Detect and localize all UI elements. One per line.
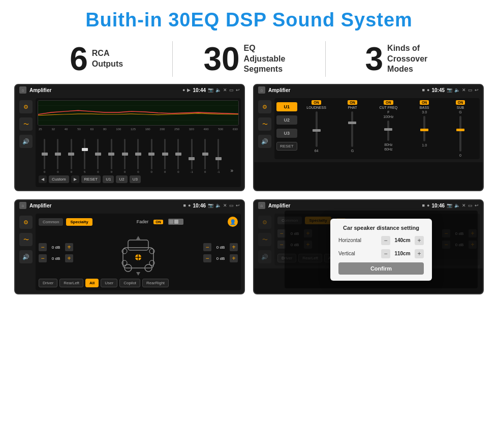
fader-on-badge[interactable]: ON bbox=[153, 220, 163, 224]
eq-next-btn[interactable]: ▶ bbox=[71, 175, 79, 183]
fader-driver-btn[interactable]: Driver bbox=[39, 279, 57, 287]
eq-u1-btn[interactable]: U1 bbox=[103, 175, 114, 183]
home-icon-4[interactable]: ⌂ bbox=[258, 202, 265, 209]
on-badge-phat[interactable]: ON bbox=[348, 100, 357, 105]
home-icon-3[interactable]: ⌂ bbox=[19, 202, 26, 209]
fader-user-btn[interactable]: User bbox=[101, 279, 117, 287]
cutfreq-slider[interactable] bbox=[387, 121, 389, 141]
cross-speaker-btn[interactable]: 🔊 bbox=[258, 135, 271, 148]
vol-controls-right: − 0 dB + − 0 dB + bbox=[203, 243, 238, 262]
eq-reset-btn[interactable]: RESET bbox=[81, 175, 101, 183]
fader-filter-btn[interactable]: ⚙ bbox=[19, 216, 33, 229]
status-bar-4: ⌂ Amplifier ■ ● 10:46 📷 🔈 ✕ ▭ ↩ bbox=[254, 200, 483, 211]
eq-custom-btn[interactable]: Custom bbox=[49, 175, 69, 183]
vol-rl-plus[interactable]: + bbox=[65, 254, 73, 262]
fader-content: ⚙ 〜 🔊 Common Specialty Fader ON 👤 bbox=[15, 211, 244, 293]
eq-slider-more[interactable]: » bbox=[226, 168, 238, 173]
u2-btn[interactable]: U2 bbox=[276, 115, 297, 125]
vol-rl-minus[interactable]: − bbox=[39, 254, 47, 262]
fader-copilot-btn[interactable]: Copilot bbox=[119, 279, 140, 287]
u3-btn[interactable]: U3 bbox=[276, 129, 297, 138]
on-badge-loudness[interactable]: ON bbox=[312, 100, 321, 105]
vol-rr-minus[interactable]: − bbox=[203, 254, 211, 262]
fader-speaker-btn[interactable]: 🔊 bbox=[19, 250, 33, 263]
confirm-button[interactable]: Confirm bbox=[338, 262, 424, 275]
stat-text-rca: RCA Outputs bbox=[92, 48, 123, 70]
vol-fr-minus[interactable]: − bbox=[203, 243, 211, 251]
eq-slider-4[interactable]: 0 bbox=[92, 139, 104, 173]
on-badge-sub[interactable]: ON bbox=[456, 100, 465, 105]
dialog-speaker-btn[interactable]: 🔊 bbox=[258, 250, 271, 263]
loudness-slider[interactable] bbox=[316, 111, 318, 147]
eq-slider-5[interactable]: 0 bbox=[106, 139, 117, 173]
eq-slider-7[interactable]: 0 bbox=[132, 139, 144, 173]
fader-rearright-btn[interactable]: RearRight bbox=[142, 279, 169, 287]
horizontal-minus[interactable]: − bbox=[381, 236, 390, 245]
eq-prev-btn[interactable]: ◀ bbox=[39, 175, 47, 183]
eq-slider-12[interactable]: 0 bbox=[199, 139, 211, 173]
dot-icon-3: ● bbox=[188, 203, 191, 208]
volume-icon-3: 🔈 bbox=[215, 203, 221, 208]
stat-text-eq: EQ Adjustable Segments bbox=[244, 43, 295, 75]
svg-rect-5 bbox=[128, 240, 148, 250]
freq-125: 125 bbox=[131, 128, 136, 131]
status-bar-1: ⌂ Amplifier ● ▶ 10:44 📷 🔈 ✕ ▭ ↩ bbox=[15, 85, 244, 95]
on-badge-cutfreq[interactable]: ON bbox=[384, 100, 393, 105]
eq-slider-11[interactable]: -1 bbox=[186, 139, 198, 173]
eq-slider-10[interactable]: 0 bbox=[172, 139, 184, 173]
fader-wave-btn[interactable]: 〜 bbox=[19, 233, 33, 246]
eq-slider-8[interactable]: 0 bbox=[146, 139, 158, 173]
eq-filter-btn[interactable]: ⚙ bbox=[19, 100, 33, 113]
eq-u3-btn[interactable]: U3 bbox=[130, 175, 141, 183]
vertical-plus[interactable]: + bbox=[415, 249, 424, 258]
stat-number-6: 6 bbox=[70, 43, 88, 75]
sub-slider[interactable] bbox=[459, 116, 461, 152]
stat-number-30: 30 bbox=[203, 43, 239, 75]
eq-u2-btn[interactable]: U2 bbox=[116, 175, 127, 183]
vol-fl-plus[interactable]: + bbox=[65, 243, 73, 251]
eq-wave-btn[interactable]: 〜 bbox=[19, 117, 33, 131]
back-icon-3: ↩ bbox=[236, 203, 240, 208]
car-visual bbox=[76, 230, 200, 276]
dialog-filter-btn[interactable]: ⚙ bbox=[258, 216, 271, 229]
fader-main: Common Specialty Fader ON 👤 − bbox=[36, 214, 241, 290]
ctrl-sub: ON SUB G 0 bbox=[443, 100, 478, 157]
eq-speaker-btn[interactable]: 🔊 bbox=[19, 135, 33, 148]
on-badge-bass[interactable]: ON bbox=[420, 100, 429, 105]
vertical-minus[interactable]: − bbox=[381, 249, 390, 258]
u1-btn[interactable]: U1 bbox=[276, 102, 297, 111]
eq-slider-0[interactable]: 0 bbox=[39, 139, 50, 173]
dialog-wave-btn[interactable]: 〜 bbox=[258, 233, 271, 246]
home-icon-2[interactable]: ⌂ bbox=[258, 86, 265, 94]
eq-slider-3[interactable]: 5 bbox=[79, 139, 90, 173]
ctrl-label-sub: SUB bbox=[457, 106, 464, 109]
eq-slider-13[interactable]: -1 bbox=[212, 139, 224, 173]
eq-slider-6[interactable]: 0 bbox=[119, 139, 131, 173]
screen-fader: ⌂ Amplifier ■ ● 10:46 📷 🔈 ✕ ▭ ↩ ⚙ 〜 🔊 C bbox=[14, 199, 245, 294]
phat-slider[interactable] bbox=[351, 111, 353, 147]
vol-fl-minus[interactable]: − bbox=[39, 243, 47, 251]
horizontal-plus[interactable]: + bbox=[415, 236, 424, 245]
close-icon-1: ✕ bbox=[223, 87, 227, 93]
vol-row-fr: − 0 dB + bbox=[203, 243, 238, 251]
tab-specialty[interactable]: Specialty bbox=[66, 218, 92, 226]
rect-icon-3: ▭ bbox=[229, 203, 234, 208]
eq-slider-2[interactable]: 0 bbox=[66, 139, 77, 173]
cross-reset-btn[interactable]: RESET bbox=[276, 142, 297, 151]
fader-all-btn[interactable]: All bbox=[85, 279, 99, 287]
page-title: Buith-in 30EQ DSP Sound System bbox=[0, 0, 498, 36]
vol-fr-plus[interactable]: + bbox=[230, 243, 238, 251]
stat-divider-1 bbox=[172, 41, 173, 77]
cross-wave-btn[interactable]: 〜 bbox=[258, 117, 271, 131]
vol-rr-plus[interactable]: + bbox=[230, 254, 238, 262]
home-icon-1[interactable]: ⌂ bbox=[19, 86, 26, 94]
eq-slider-1[interactable]: 0 bbox=[52, 139, 64, 173]
fader-rearleft-btn[interactable]: RearLeft bbox=[59, 279, 83, 287]
ctrl-phat: ON PHAT G bbox=[335, 100, 370, 157]
freq-500: 500 bbox=[218, 128, 223, 131]
tab-common[interactable]: Common bbox=[39, 218, 63, 226]
horizontal-val: 140cm bbox=[392, 237, 413, 243]
cross-filter-btn[interactable]: ⚙ bbox=[258, 100, 271, 113]
bass-slider[interactable] bbox=[423, 116, 425, 141]
eq-slider-9[interactable]: 0 bbox=[159, 139, 171, 173]
